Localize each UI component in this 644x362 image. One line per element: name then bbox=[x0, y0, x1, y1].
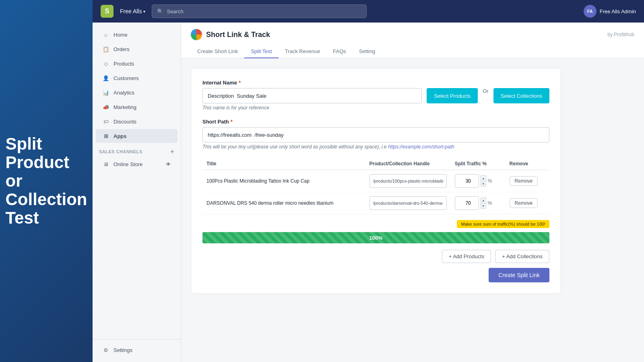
sidebar-item-label: Marketing bbox=[114, 104, 136, 110]
internal-name-row: Select Products Or Select Collections bbox=[202, 88, 549, 103]
or-label: Or bbox=[483, 88, 488, 94]
sidebar-item-marketing[interactable]: 📣 Marketing bbox=[96, 100, 178, 114]
hero-text: SplitProductorCollectionTest bbox=[6, 135, 87, 228]
search-placeholder: Search bbox=[167, 8, 183, 14]
action-row: + Add Products + Add Collections bbox=[202, 250, 549, 263]
customers-icon: 👤 bbox=[102, 74, 109, 82]
sales-channels-label: SALES CHANNELS bbox=[99, 149, 142, 154]
row2-traffic-wrap: ▲ ▼ % bbox=[455, 196, 502, 210]
settings-icon: ⚙ bbox=[102, 346, 109, 354]
tab-setting[interactable]: Setting bbox=[353, 45, 382, 58]
sidebar-item-label: Products bbox=[114, 61, 134, 67]
user-area: FA Free Alls Admin bbox=[584, 5, 636, 18]
row1-decrement-button[interactable]: ▼ bbox=[481, 181, 486, 187]
col-title: Title bbox=[202, 158, 365, 170]
short-path-label: Short Path * bbox=[202, 119, 549, 125]
sidebar-item-home[interactable]: ⌂ Home bbox=[96, 28, 178, 41]
internal-name-label: Internal Name * bbox=[202, 80, 549, 86]
select-products-button[interactable]: Select Products bbox=[427, 88, 478, 103]
main-panel: Short Link & Track by Profitihub Create … bbox=[181, 23, 644, 362]
add-products-button[interactable]: + Add Products bbox=[442, 250, 491, 263]
create-split-link-button[interactable]: Create Split Link bbox=[489, 268, 549, 282]
required-star-2: * bbox=[231, 119, 233, 125]
store-dropdown-chevron: ▾ bbox=[143, 9, 145, 14]
create-row: Create Split Link bbox=[202, 268, 549, 282]
apps-icon: ⊞ bbox=[102, 132, 109, 140]
progress-label: 100% bbox=[369, 235, 382, 241]
sidebar-item-label: Apps bbox=[114, 133, 127, 139]
sidebar-item-products[interactable]: ◇ Products bbox=[96, 57, 178, 70]
required-star: * bbox=[239, 80, 241, 86]
row2-pct-label: % bbox=[488, 200, 492, 206]
row1-remove-button[interactable]: Remove bbox=[510, 176, 538, 186]
sidebar-bottom: ⚙ Settings bbox=[93, 339, 181, 357]
sidebar-item-apps[interactable]: ⊞ Apps bbox=[96, 129, 178, 143]
content-area: ⌂ Home 📋 Orders ◇ Products 👤 Customers 📊… bbox=[93, 23, 644, 362]
sidebar-item-customers[interactable]: 👤 Customers bbox=[96, 71, 178, 85]
row2-remove-cell: Remove bbox=[506, 192, 549, 214]
table-row: DARSONVAL DRS 540 derma roller micro nee… bbox=[202, 192, 549, 214]
by-label: by Profitihub bbox=[607, 32, 634, 37]
sidebar-item-orders[interactable]: 📋 Orders bbox=[96, 42, 178, 56]
sidebar-item-analytics[interactable]: 📊 Analytics bbox=[96, 86, 178, 99]
short-path-input[interactable] bbox=[202, 127, 549, 142]
split-table: Title Product/Collection Handle Split Tr… bbox=[202, 158, 549, 214]
row2-handle-cell bbox=[365, 192, 451, 214]
top-nav: S Free Alls ▾ 🔍 Search FA Free Alls Admi… bbox=[93, 0, 644, 23]
warning-progress-area: Make sure sum of traffic(%) should be 10… bbox=[202, 218, 549, 243]
row2-traffic-input[interactable] bbox=[455, 196, 479, 210]
app-icon bbox=[191, 29, 202, 40]
row2-traffic-cell: ▲ ▼ % bbox=[451, 192, 506, 214]
sidebar-item-label: Orders bbox=[114, 46, 130, 52]
internal-name-group: Internal Name * Select Products Or Selec… bbox=[202, 80, 549, 111]
internal-name-input[interactable] bbox=[202, 88, 422, 103]
products-icon: ◇ bbox=[102, 60, 109, 67]
row1-title: 100Pcs Plastic Microblading Tattoo Ink C… bbox=[202, 170, 365, 192]
user-name: Free Alls Admin bbox=[600, 8, 636, 14]
sidebar-item-discounts[interactable]: 🏷 Discounts bbox=[96, 115, 178, 128]
row1-traffic-wrap: ▲ ▼ % bbox=[455, 174, 502, 188]
row1-traffic-cell: ▲ ▼ % bbox=[451, 170, 506, 192]
avatar: FA bbox=[584, 5, 597, 18]
row2-remove-button[interactable]: Remove bbox=[510, 198, 538, 208]
hero-panel: SplitProductorCollectionTest bbox=[0, 0, 93, 362]
row2-title: DARSONVAL DRS 540 derma roller micro nee… bbox=[202, 192, 365, 214]
add-collections-button[interactable]: + Add Collections bbox=[495, 250, 549, 263]
form-area: Internal Name * Select Products Or Selec… bbox=[181, 58, 644, 362]
select-collections-button[interactable]: Select Collections bbox=[493, 88, 549, 103]
shopify-logo: S bbox=[101, 5, 114, 18]
analytics-icon: 📊 bbox=[102, 89, 109, 96]
row1-pct-label: % bbox=[488, 178, 492, 184]
warning-badge: Make sure sum of traffic(%) should be 10… bbox=[457, 220, 549, 228]
row1-traffic-input[interactable] bbox=[455, 174, 479, 188]
row2-handle-input[interactable] bbox=[369, 196, 447, 210]
row2-decrement-button[interactable]: ▼ bbox=[481, 203, 486, 209]
sales-channels-section: SALES CHANNELS + bbox=[93, 143, 181, 157]
row1-increment-button[interactable]: ▲ bbox=[481, 175, 486, 181]
row2-spinner: ▲ ▼ bbox=[481, 197, 486, 209]
discounts-icon: 🏷 bbox=[102, 118, 109, 125]
store-name[interactable]: Free Alls ▾ bbox=[120, 8, 145, 14]
app-title-row: Short Link & Track by Profitihub bbox=[191, 29, 634, 40]
search-bar[interactable]: 🔍 Search bbox=[152, 4, 366, 18]
sidebar-item-label: Customers bbox=[114, 75, 139, 81]
col-handle: Product/Collection Handle bbox=[365, 158, 451, 170]
online-store-eye-icon: 👁 bbox=[166, 161, 171, 167]
tab-faqs[interactable]: FAQs bbox=[326, 45, 353, 58]
tab-split-test[interactable]: Split Test bbox=[244, 45, 279, 58]
sidebar-item-settings[interactable]: ⚙ Settings bbox=[96, 343, 178, 357]
add-channel-icon[interactable]: + bbox=[170, 148, 174, 155]
sidebar-item-label: Home bbox=[114, 32, 128, 38]
sidebar-item-label: Analytics bbox=[114, 90, 134, 96]
tab-create-short-link[interactable]: Create Short Link bbox=[191, 45, 244, 58]
row1-remove-cell: Remove bbox=[506, 170, 549, 192]
short-path-example-link[interactable]: https://example.com/short-path bbox=[388, 144, 454, 150]
row2-increment-button[interactable]: ▲ bbox=[481, 197, 486, 203]
app-header: Short Link & Track by Profitihub Create … bbox=[181, 23, 644, 58]
internal-name-hint: This name is for your reference bbox=[202, 105, 549, 111]
sidebar-item-online-store[interactable]: 🖥 Online Store 👁 bbox=[96, 157, 178, 171]
row1-handle-input[interactable] bbox=[369, 174, 447, 188]
table-row: 100Pcs Plastic Microblading Tattoo Ink C… bbox=[202, 170, 549, 192]
tab-track-revenue[interactable]: Track Revenue bbox=[279, 45, 327, 58]
col-traffic: Split Traffic % bbox=[451, 158, 506, 170]
